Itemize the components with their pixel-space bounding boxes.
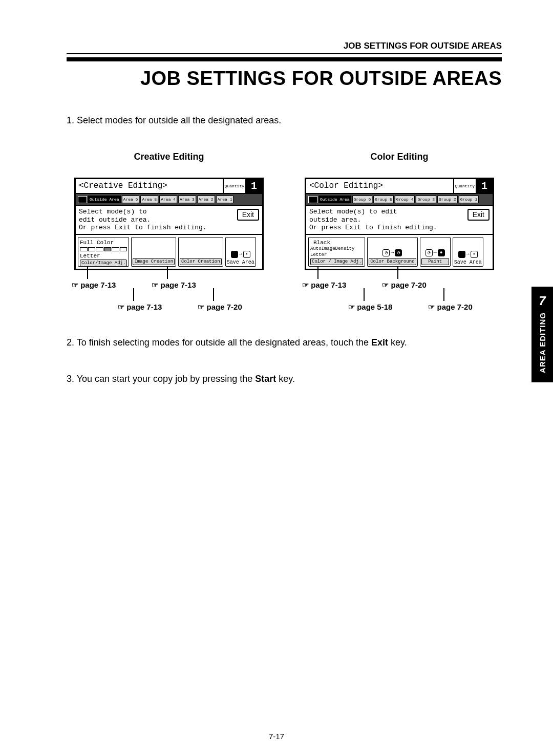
- ref-7-20-a: ☞ page 7-20: [198, 303, 242, 312]
- tab-area2[interactable]: Area 2: [197, 196, 215, 203]
- color-screen-title: <Color Editing>: [306, 179, 453, 193]
- bg-after-icon: ◔: [395, 249, 402, 256]
- bg-before-icon: ◔: [382, 249, 390, 256]
- creative-screen: <Creative Editing> Quantity 1 Outside Ar…: [74, 178, 264, 270]
- save-area-label: Save Area: [227, 260, 254, 265]
- color-creation-button[interactable]: Color Creation: [178, 237, 223, 267]
- tab-area3[interactable]: Area 3: [178, 196, 196, 203]
- step-3-pre: 3. You can start your copy job by pressi…: [67, 374, 255, 384]
- mode-density-letter: AutoImageDensity Letter: [310, 246, 363, 258]
- creative-column: Creative Editing <Creative Editing> Quan…: [67, 152, 271, 312]
- tab-outside-area[interactable]: Outside Area: [88, 196, 121, 203]
- step-3-post: key.: [276, 374, 295, 384]
- mode-color: Full Color: [80, 239, 127, 246]
- color-background-button[interactable]: ◔→◔ Color Background: [367, 237, 417, 267]
- page-number: 7-17: [269, 732, 284, 741]
- paint-label: Paint: [421, 258, 449, 265]
- tab-area6[interactable]: Area 6: [122, 196, 140, 203]
- color-refs: ☞ page 7-13 ☞ page 7-20 ☞ page 5-18 ☞ pa…: [297, 280, 502, 312]
- color-image-adj-button[interactable]: Color / Image Adj.: [310, 258, 363, 265]
- page-title: JOB SETTINGS FOR OUTSIDE AREAS: [67, 57, 502, 90]
- color-quantity: Quantity 1: [453, 179, 493, 193]
- ref-7-20-b: ☞ page 7-20: [428, 303, 472, 312]
- step-2-pre: 2. To finish selecting modes for outside…: [67, 337, 371, 348]
- ref-7-13-a: ☞ page 7-13: [72, 280, 116, 290]
- paint-after-icon: ●: [438, 249, 445, 256]
- tab-outside-area[interactable]: Outside Area: [318, 196, 351, 203]
- creative-screen-title: <Creative Editing>: [76, 179, 223, 193]
- color-tabs: Outside Area Group 6 Group 5 Group 4 Gro…: [306, 194, 493, 206]
- quantity-value: 1: [476, 179, 493, 193]
- ref-7-13: ☞ page 7-13: [302, 280, 346, 290]
- save-area-button[interactable]: →▪ Save Area: [225, 237, 256, 267]
- quantity-value: 1: [246, 179, 262, 193]
- tab-group5[interactable]: Group 5: [373, 196, 394, 203]
- mode-letter: Letter: [80, 252, 127, 260]
- tab-icon: [308, 196, 317, 203]
- creative-refs: ☞ page 7-13 ☞ page 7-13 ☞ page 7-13 ☞ pa…: [67, 280, 271, 312]
- step-3-key: Start: [255, 374, 276, 384]
- ref-7-20: ☞ page 7-20: [382, 280, 426, 290]
- tab-group6[interactable]: Group 6: [352, 196, 373, 203]
- exit-button[interactable]: Exit: [467, 209, 490, 221]
- color-instruction: Select mode(s) to edit outside area. Or …: [309, 208, 464, 232]
- ref-5-18: ☞ page 5-18: [348, 303, 392, 312]
- tab-area1[interactable]: Area 1: [216, 196, 234, 203]
- color-creation-label: Color Creation: [180, 258, 222, 265]
- tab-area4[interactable]: Area 4: [159, 196, 177, 203]
- creative-instruction: Select mode(s) to edit outside area. Or …: [79, 208, 234, 232]
- image-creation-label: Image Creation: [133, 258, 175, 265]
- panels-row: Creative Editing <Creative Editing> Quan…: [67, 152, 502, 312]
- paint-before-icon: ◔: [426, 249, 433, 256]
- mode-black: Black: [310, 239, 363, 246]
- creative-main-mode[interactable]: Full Color Letter Color/Image Adj.: [78, 237, 129, 267]
- ref-7-13-b: ☞ page 7-13: [152, 280, 196, 290]
- image-creation-button[interactable]: Image Creation: [131, 237, 176, 267]
- quantity-label: Quantity: [454, 179, 476, 193]
- color-label: Color Editing: [297, 152, 502, 162]
- save-area-button[interactable]: →▪ Save Area: [453, 237, 483, 267]
- tab-area5[interactable]: Area 5: [140, 196, 158, 203]
- step-2-key: Exit: [371, 337, 388, 348]
- color-main-mode[interactable]: Black AutoImageDensity Letter Color / Im…: [308, 237, 365, 267]
- save-before-icon: [458, 251, 465, 258]
- save-after-icon: ▪: [471, 251, 478, 258]
- chapter-label: AREA EDITING: [538, 312, 547, 373]
- running-header: JOB SETTINGS FOR OUTSIDE AREAS: [67, 41, 502, 54]
- color-column: Color Editing <Color Editing> Quantity 1…: [297, 152, 502, 312]
- save-area-label: Save Area: [454, 260, 482, 265]
- tab-group3[interactable]: Group 3: [416, 196, 436, 203]
- creative-tabs: Outside Area Area 6 Area 5 Area 4 Area 3…: [76, 194, 262, 206]
- chapter-tab: 7 AREA EDITING: [531, 287, 553, 382]
- save-after-icon: ▪: [243, 251, 250, 258]
- tab-icon: [78, 196, 87, 203]
- chapter-number: 7: [531, 294, 553, 308]
- tab-group4[interactable]: Group 4: [395, 196, 415, 203]
- ref-7-13-c: ☞ page 7-13: [118, 303, 162, 312]
- tab-group2[interactable]: Group 2: [437, 196, 458, 203]
- save-before-icon: [231, 251, 238, 258]
- exit-button[interactable]: Exit: [237, 209, 259, 221]
- color-screen: <Color Editing> Quantity 1 Outside Area …: [305, 178, 494, 270]
- paint-button[interactable]: ◔→● Paint: [420, 237, 451, 267]
- step-2: 2. To finish selecting modes for outside…: [67, 337, 502, 348]
- step-2-post: key.: [388, 337, 407, 348]
- tab-group1[interactable]: Group 1: [459, 196, 479, 203]
- creative-label: Creative Editing: [67, 152, 271, 162]
- step-3: 3. You can start your copy job by pressi…: [67, 374, 502, 384]
- creative-quantity: Quantity 1: [223, 179, 262, 193]
- color-background-label: Color Background: [369, 258, 416, 265]
- step-1: 1. Select modes for outside all the desi…: [67, 115, 502, 126]
- quantity-label: Quantity: [224, 179, 246, 193]
